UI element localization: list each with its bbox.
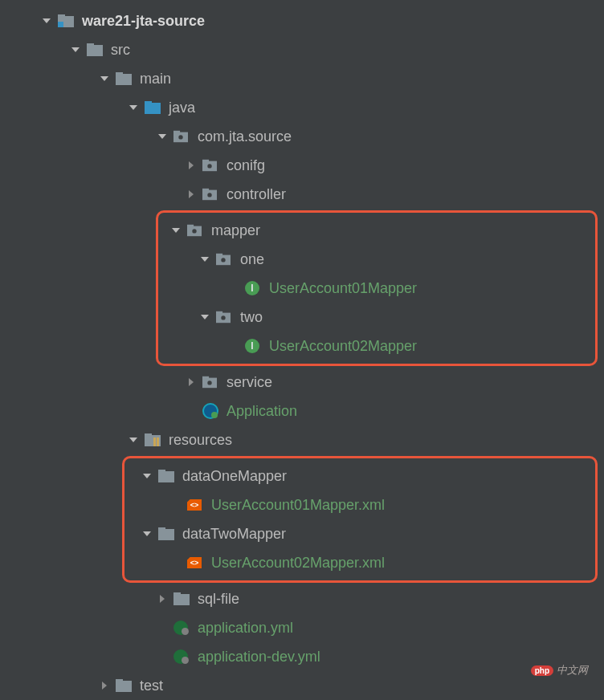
tree-row-service[interactable]: service [0,368,604,397]
chevron-down-icon[interactable] [198,313,211,321]
tree-item-label: conifg [226,157,265,174]
package-icon [202,376,220,389]
tree-row-mapper[interactable]: mapper [161,216,592,245]
chevron-down-icon[interactable] [98,75,111,83]
svg-point-28 [192,229,196,233]
svg-rect-27 [187,225,194,228]
svg-marker-7 [100,76,108,81]
tree-item-label: application-dev.yml [198,649,320,665]
chevron-down-icon[interactable] [127,104,140,112]
svg-rect-51 [158,527,165,531]
svg-marker-46 [143,474,151,478]
tree-item-label: test [140,678,163,694]
svg-marker-10 [129,105,137,110]
svg-marker-55 [102,682,107,690]
tree-item-label: java [169,100,195,116]
tree-row-ua02xml[interactable]: <> UserAccount02Mapper.xml [128,548,592,577]
tree-item-label: dataTwoMapper [182,526,286,543]
chevron-down-icon[interactable] [40,17,53,25]
tree-row-conifg[interactable]: conifg [0,151,604,180]
chevron-right-icon[interactable] [98,682,111,690]
tree-row-two[interactable]: two [161,303,592,332]
svg-point-40 [207,381,211,385]
folder-icon [116,72,133,85]
svg-rect-48 [158,470,165,473]
svg-rect-50 [158,529,174,540]
svg-marker-52 [160,595,165,603]
svg-marker-41 [129,438,137,442]
svg-marker-13 [158,134,166,139]
spring-class-icon [202,403,220,419]
tree-row-application[interactable]: Application [0,397,604,425]
tree-item-label: main [140,71,171,88]
chevron-down-icon[interactable] [141,472,153,480]
chevron-down-icon[interactable] [141,530,153,538]
svg-marker-37 [189,378,194,386]
svg-rect-19 [202,160,209,163]
tree-row-sqlfile[interactable]: sql-file [0,584,604,613]
tree-row-package[interactable]: com.jta.source [0,122,604,151]
package-icon [202,188,220,201]
chevron-right-icon[interactable] [185,161,198,169]
tree-row-dataonemapper[interactable]: dataOneMapper [128,462,592,490]
tree-row-ua02mapper[interactable]: I UserAccount02Mapper [161,332,592,360]
tree-row-appdevyml[interactable]: application-dev.yml [0,642,604,671]
tree-row-ua01xml[interactable]: <> UserAccount01Mapper.xml [128,490,592,519]
chevron-down-icon[interactable] [69,46,82,54]
xml-file-icon: <> [187,557,205,568]
tree-item-label: src [111,42,130,59]
svg-marker-4 [71,47,80,52]
tree-item-label: two [240,309,263,326]
chevron-right-icon[interactable] [156,595,169,603]
xml-file-icon: <> [187,499,205,511]
svg-marker-49 [143,531,151,536]
tree-item-label: ware21-jta-source [82,13,205,30]
svg-marker-0 [43,18,51,23]
chevron-right-icon[interactable] [185,378,198,386]
tree-row-resources[interactable]: resources [0,425,604,454]
source-folder-icon [145,101,162,114]
tree-item-label: Application [226,403,297,420]
tree-item-label: dataOneMapper [182,468,287,485]
svg-point-32 [221,258,225,262]
svg-rect-44 [153,438,156,446]
highlight-box-xml: dataOneMapper <> UserAccount01Mapper.xml… [122,456,598,583]
svg-point-16 [178,135,182,139]
svg-rect-3 [58,22,63,27]
svg-rect-11 [145,103,161,114]
svg-rect-31 [216,254,222,257]
tree-row-ua01mapper[interactable]: I UserAccount01Mapper [161,274,592,303]
package-icon [187,224,205,237]
tree-row-src[interactable]: src [0,35,604,64]
tree-item-label: sql-file [198,591,239,608]
tree-item-label: application.yml [198,620,293,637]
resources-folder-icon [145,433,162,446]
svg-rect-5 [87,45,103,56]
yml-file-icon [173,649,191,664]
svg-rect-39 [202,376,209,380]
svg-rect-9 [116,72,123,75]
chevron-down-icon[interactable] [127,436,140,444]
chevron-down-icon[interactable] [156,132,169,140]
tree-row-datatwomapper[interactable]: dataTwoMapper [128,519,592,548]
svg-rect-2 [58,14,65,18]
chevron-down-icon[interactable] [169,226,182,234]
tree-row-java[interactable]: java [0,93,604,122]
tree-item-label: controller [226,186,286,203]
package-icon [216,311,234,324]
tree-row-main[interactable]: main [0,64,604,93]
package-icon [202,159,220,172]
tree-row-root[interactable]: ware21-jta-source [0,6,604,35]
svg-marker-17 [189,161,194,169]
tree-row-one[interactable]: one [161,245,592,274]
folder-icon [158,527,176,540]
svg-rect-35 [216,311,222,315]
chevron-down-icon[interactable] [198,255,211,263]
tree-row-appyml[interactable]: application.yml [0,613,604,642]
watermark-text: 中文网 [557,663,588,678]
svg-marker-33 [201,315,209,319]
tree-row-controller[interactable]: controller [0,180,604,209]
yml-file-icon [173,621,191,635]
tree-row-test[interactable]: test [0,671,604,700]
chevron-right-icon[interactable] [185,190,198,198]
